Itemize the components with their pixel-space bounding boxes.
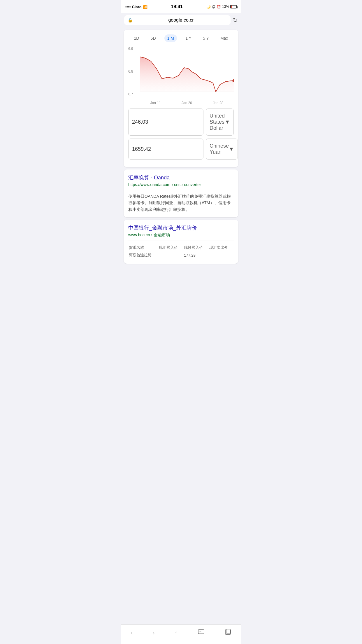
chart-y-labels: 6.9 6.8 6.7 — [128, 47, 138, 96]
x-label-jan11: Jan 11 — [150, 101, 161, 105]
x-label-jan20: Jan 20 — [182, 101, 192, 105]
currency-chart-card: 1D 5D 1 M 1 Y 5 Y Max 6.9 6.8 6.7 — [124, 30, 238, 167]
url-text: google.co.cr — [135, 18, 227, 23]
table-header-row: 货币名称 现汇买入价 现钞买入价 现汇卖出价 — [128, 244, 234, 251]
currency-name-aed: 阿联酋迪拉姆 — [128, 251, 158, 259]
status-bar: ▪▪▪▪ Claro 📶 19:41 🌙 @ ⏰ 13% — [121, 0, 241, 13]
tab-max[interactable]: Max — [217, 34, 231, 42]
buy-cash-aed: 177.28 — [183, 251, 208, 259]
moon-icon: 🌙 — [206, 5, 211, 9]
chart-area — [140, 47, 234, 96]
currency-label-cny: Chinese Yuan — [210, 143, 229, 155]
buy-remit-aed — [158, 251, 183, 259]
browser-bar: 🔒 google.co.cr ↻ — [121, 13, 241, 27]
col-header-buy-remit: 现汇买入价 — [158, 244, 183, 251]
chart-x-labels: Jan 11 Jan 20 Jan 28 — [140, 97, 234, 105]
tab-5d[interactable]: 5D — [148, 34, 159, 42]
exchange-rate-table: 货币名称 现汇买入价 现钞买入价 现汇卖出价 阿联酋迪拉姆 177.28 — [128, 244, 234, 259]
amount-input-usd[interactable] — [128, 108, 203, 136]
currency-select-usd[interactable]: United States Dollar ▼ — [206, 108, 234, 136]
carrier-name: Claro — [132, 5, 141, 9]
alarm-icon: ⏰ — [217, 5, 221, 9]
signal-icon: ▪▪▪▪ — [125, 5, 131, 9]
x-label-jan28: Jan 28 — [213, 101, 223, 105]
tab-5y[interactable]: 5 Y — [200, 34, 212, 42]
wifi-icon: 📶 — [143, 5, 147, 9]
currency-select-cny[interactable]: Chinese Yuan ▼ — [206, 139, 238, 160]
result-url-boc[interactable]: www.boc.cn › 金融市场 — [128, 232, 234, 238]
col-header-name: 货币名称 — [128, 244, 158, 251]
search-result-oanda: 汇率换算 - Oanda https://www.oanda.com › cns… — [124, 169, 238, 217]
tab-1m[interactable]: 1 M — [164, 34, 177, 42]
chart-container: 6.9 6.8 6.7 — [128, 47, 234, 105]
tab-1y[interactable]: 1 Y — [182, 34, 194, 42]
refresh-button[interactable]: ↻ — [233, 17, 238, 24]
y-label-bot: 6.7 — [128, 92, 138, 96]
battery-percent: 13% — [222, 5, 229, 9]
url-bar[interactable]: 🔒 google.co.cr — [124, 15, 231, 25]
at-icon: @ — [212, 5, 215, 9]
dropdown-icon-cny: ▼ — [229, 146, 234, 152]
amount-input-cny[interactable] — [128, 139, 203, 160]
tab-1d[interactable]: 1D — [131, 34, 142, 42]
currency-converter: United States Dollar ▼ Chinese Yuan ▼ — [128, 108, 234, 160]
main-content: 1D 5D 1 M 1 Y 5 Y Max 6.9 6.8 6.7 — [121, 30, 241, 289]
period-tabs: 1D 5D 1 M 1 Y 5 Y Max — [128, 34, 234, 42]
result-url-oanda[interactable]: https://www.oanda.com › cns › converter — [128, 182, 234, 187]
battery-icon — [230, 5, 237, 8]
status-time: 19:41 — [171, 4, 183, 9]
y-label-top: 6.9 — [128, 47, 138, 51]
y-label-mid: 6.8 — [128, 69, 138, 74]
lock-icon: 🔒 — [128, 18, 133, 22]
col-header-sell: 现汇卖出价 — [209, 244, 234, 251]
table-row-aed: 阿联酋迪拉姆 177.28 — [128, 251, 234, 259]
search-result-boc: 中国银行_金融市场_外汇牌价 www.boc.cn › 金融市场 货币名称 现汇… — [124, 220, 238, 264]
dropdown-icon-usd: ▼ — [225, 119, 230, 125]
result-title-oanda[interactable]: 汇率换算 - Oanda — [128, 174, 234, 181]
converter-row-2: Chinese Yuan ▼ — [128, 139, 234, 160]
status-left: ▪▪▪▪ Claro 📶 — [125, 5, 147, 9]
converter-row-1: United States Dollar ▼ — [128, 108, 234, 136]
result-description-oanda: 使用每日OANDA Rates®外汇牌价的免费汇率换算器或旅行参考卡。利用银行同… — [128, 193, 234, 213]
col-header-buy-cash: 现钞买入价 — [183, 244, 208, 251]
sell-aed — [209, 251, 234, 259]
status-right: 🌙 @ ⏰ 13% — [206, 5, 237, 9]
currency-label-usd: United States Dollar — [210, 113, 225, 131]
result-title-boc[interactable]: 中国银行_金融市场_外汇牌价 — [128, 224, 234, 231]
